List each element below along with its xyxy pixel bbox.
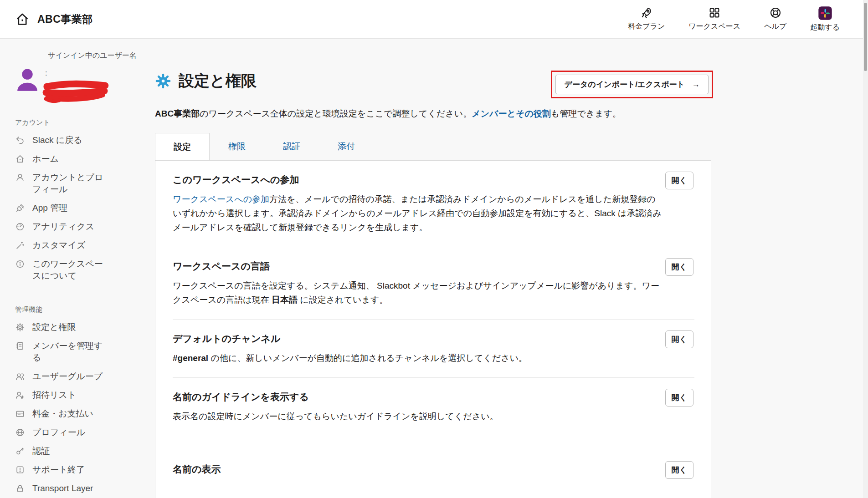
sidebar-item-label: App 管理 [32,202,109,214]
section-body-text: の他に、新しいメンバーが自動的に追加されるチャンネルを選択してください。 [208,353,527,363]
sidebar-item-label: メンバーを管理する [32,340,109,364]
signed-in-user-label: サインイン中のユーザー名 [48,51,137,61]
sidebar-item-authentication[interactable]: 認証 [15,445,152,457]
sidebar-item-customize[interactable]: カスタマイズ [15,239,152,251]
directory-icon [15,341,25,351]
top-nav: 料金プラン ワークスペース ヘルプ [628,6,850,32]
tab-settings[interactable]: 設定 [155,133,210,160]
sidebar-item-label: 料金・お支払い [32,408,109,420]
page-title: 設定と権限 [179,71,257,91]
open-button[interactable]: 開く [665,330,693,348]
subtitle-workspace-name: ABC事業部 [155,109,200,118]
grid-icon [708,6,721,20]
avatar [16,66,39,101]
section-workspace-language: ワークスペースの言語 ワークスペースの言語を設定する。システム通知、 Slack… [173,247,694,320]
tab-bar: 設定 権限 認証 添付 [155,133,713,160]
open-button[interactable]: 開く [665,461,693,479]
sidebar-item-end-of-support[interactable]: サポート終了 [15,464,152,476]
warning-box-icon [15,465,25,475]
sidebar-item-label: アナリティクス [32,221,109,233]
import-export-label: データのインポート/エクスポート [564,79,685,90]
nav-pricing[interactable]: 料金プラン [628,6,665,31]
sidebar-section-account: アカウント [15,118,152,127]
section-workspace-join: このワークスペースへの参加 ワークスペースへの参加方法を、メールでの招待の承諾、… [173,161,694,247]
section-default-channels: デフォルトのチャンネル #general の他に、新しいメンバーが自動的に追加さ… [173,320,694,378]
globe-icon [15,427,25,437]
sidebar-item-transport-layer[interactable]: Transport Layer [15,483,152,494]
general-channel-name: #general [173,353,208,363]
sidebar-item-invite-list[interactable]: 招待リスト [15,389,152,401]
user-block: サインイン中のユーザー名 : [15,50,152,118]
sidebar-item-user-groups[interactable]: ユーザーグループ [15,371,152,382]
sidebar-item-account-profile[interactable]: アカウントとプロフィール [15,172,152,195]
section-body: 表示名の設定時にメンバーに従ってもらいたいガイドラインを説明してください。 [173,409,663,423]
open-button[interactable]: 開く [665,258,693,276]
workspace-brand[interactable]: ABC事業部 [15,11,93,27]
sidebar-item-label: Transport Layer [32,483,109,494]
red-annotation-box: データのインポート/エクスポート → [551,71,713,98]
slack-logo-icon [818,6,832,20]
tab-attachments[interactable]: 添付 [319,133,374,160]
open-button[interactable]: 開く [665,172,693,189]
section-body: ワークスペースの言語を設定する。システム通知、 Slackbot メッセージおよ… [173,279,663,307]
section-title: ワークスペースの言語 [173,260,694,273]
page-scrollbar[interactable] [863,0,868,498]
sidebar-item-app-management[interactable]: App 管理 [15,202,152,214]
current-language-value: 日本語 [272,295,298,305]
nav-help[interactable]: ヘルプ [764,6,786,31]
workspace-title: ABC事業部 [37,12,93,26]
sidebar-section-admin: 管理機能 [15,305,152,314]
gear-icon [15,322,25,332]
workspace-join-link[interactable]: ワークスペースへの参加 [173,194,269,204]
nav-help-label: ヘルプ [764,22,786,31]
sidebar-item-profile[interactable]: プロフィール [15,427,152,438]
nav-workspaces-label: ワークスペース [688,22,740,31]
section-title: このワークスペースへの参加 [173,173,694,186]
info-icon [15,259,25,269]
sidebar: サインイン中のユーザー名 : アカウント Slack に戻る ホーム [15,50,152,498]
tab-authentication[interactable]: 認証 [264,133,319,160]
section-body: ワークスペースへの参加方法を、メールでの招待の承諾、または承認済みドメインからの… [173,192,663,234]
sidebar-item-analytics[interactable]: アナリティクス [15,221,152,233]
redaction-scribble [41,80,111,104]
sidebar-item-about-workspace[interactable]: このワークスペースについて [15,258,152,282]
person-plus-icon [15,390,25,400]
section-body: #general の他に、新しいメンバーが自動的に追加されるチャンネルを選択して… [173,351,663,365]
sidebar-item-label: 認証 [32,445,109,457]
sidebar-item-label: このワークスペースについて [32,258,109,282]
home-icon [15,11,30,27]
import-export-button[interactable]: データのインポート/エクスポート → [555,75,709,94]
sidebar-item-manage-members[interactable]: メンバーを管理する [15,340,152,364]
main-content: 設定と権限 データのインポート/エクスポート → ABC事業部のワークスペース全… [155,39,713,498]
key-icon [15,446,25,456]
lock-icon [15,483,25,493]
nav-pricing-label: 料金プラン [628,22,665,31]
scrollbar-thumb[interactable] [864,3,867,71]
sidebar-item-label: ホーム [32,153,109,165]
tab-permissions[interactable]: 権限 [210,133,264,160]
members-roles-link[interactable]: メンバーとその役割 [472,109,551,118]
sidebar-item-settings-permissions[interactable]: 設定と権限 [15,321,152,333]
nav-workspaces[interactable]: ワークスペース [688,6,740,31]
nav-launch[interactable]: 起動する [810,6,840,32]
sidebar-item-label: 設定と権限 [32,321,109,333]
section-body-text: に設定されています。 [298,295,388,305]
sidebar-item-label: カスタマイズ [32,239,109,251]
sidebar-item-label: サポート終了 [32,464,109,476]
sidebar-item-label: プロフィール [32,427,109,438]
sidebar-item-label: Slack に戻る [32,134,109,146]
credit-card-icon [15,409,25,419]
sidebar-item-back-to-slack[interactable]: Slack に戻る [15,134,152,146]
sidebar-item-billing[interactable]: 料金・お支払い [15,408,152,420]
plug-icon [15,203,25,213]
open-button[interactable]: 開く [665,389,693,407]
signed-in-colon: : [45,69,47,77]
sidebar-item-home[interactable]: ホーム [15,153,152,165]
page-subtitle: ABC事業部のワークスペース全体の設定と環境設定をここで調整してください。メンバ… [155,107,713,120]
top-header: ABC事業部 料金プラン ワークスペース [0,0,868,39]
back-arrow-icon [15,135,25,145]
help-ring-icon [769,6,782,20]
sidebar-item-label: アカウントとプロフィール [32,172,109,195]
arrow-right-icon: → [692,80,700,89]
nav-launch-label: 起動する [810,23,840,32]
